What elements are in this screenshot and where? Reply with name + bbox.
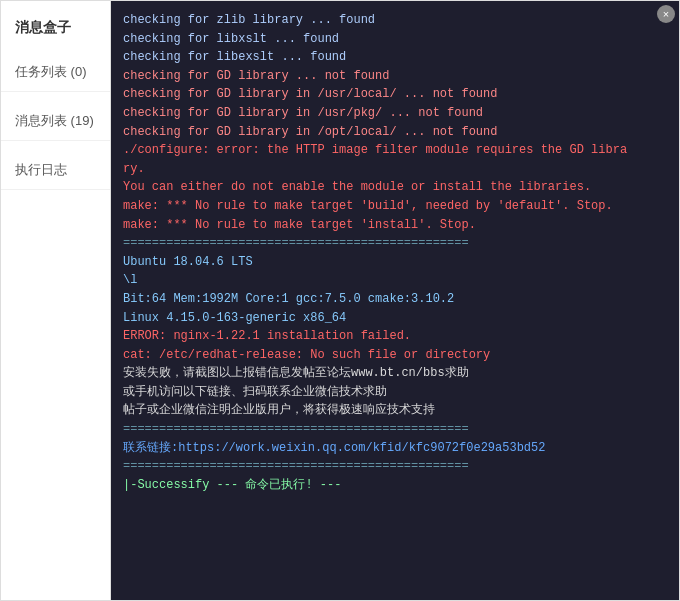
- sidebar-title: 消息盒子: [1, 9, 110, 53]
- terminal-line: make: *** No rule to make target 'instal…: [123, 216, 667, 235]
- terminal-line: Ubuntu 18.04.6 LTS: [123, 253, 667, 272]
- sidebar-item-exec-log[interactable]: 执行日志: [1, 151, 110, 190]
- terminal-line: \l: [123, 271, 667, 290]
- terminal-line: 帖子或企业微信注明企业版用户，将获得极速响应技术支持: [123, 401, 667, 420]
- terminal-line: ========================================…: [123, 420, 667, 439]
- terminal-line: checking for GD library in /usr/local/ .…: [123, 85, 667, 104]
- sidebar-item-message-list[interactable]: 消息列表 (19): [1, 102, 110, 141]
- terminal-line: checking for GD library ... not found: [123, 67, 667, 86]
- terminal-line: ERROR: nginx-1.22.1 installation failed.: [123, 327, 667, 346]
- terminal-line: checking for libexslt ... found: [123, 48, 667, 67]
- close-button[interactable]: ×: [657, 5, 675, 23]
- terminal-line: cat: /etc/redhat-release: No such file o…: [123, 346, 667, 365]
- terminal-line: ./configure: error: the HTTP image filte…: [123, 141, 667, 160]
- terminal-line: checking for libxslt ... found: [123, 30, 667, 49]
- terminal-line: |-Successify --- 命令已执行! ---: [123, 476, 667, 495]
- terminal-line: You can either do not enable the module …: [123, 178, 667, 197]
- sidebar: 消息盒子 任务列表 (0) 消息列表 (19) 执行日志: [1, 1, 111, 600]
- main-panel: × checking for zlib library ... foundche…: [111, 1, 679, 600]
- terminal-line: Bit:64 Mem:1992M Core:1 gcc:7.5.0 cmake:…: [123, 290, 667, 309]
- terminal-line: ========================================…: [123, 234, 667, 253]
- sidebar-item-task-list[interactable]: 任务列表 (0): [1, 53, 110, 92]
- terminal-line: checking for GD library in /opt/local/ .…: [123, 123, 667, 142]
- terminal-output[interactable]: checking for zlib library ... foundcheck…: [111, 1, 679, 600]
- terminal-line: ry.: [123, 160, 667, 179]
- terminal-line: 或手机访问以下链接、扫码联系企业微信技术求助: [123, 383, 667, 402]
- terminal-line: 联系链接:https://work.weixin.qq.com/kfid/kfc…: [123, 439, 667, 458]
- terminal-line: make: *** No rule to make target 'build'…: [123, 197, 667, 216]
- terminal-line: Linux 4.15.0-163-generic x86_64: [123, 309, 667, 328]
- terminal-line: 安装失败，请截图以上报错信息发帖至论坛www.bt.cn/bbs求助: [123, 364, 667, 383]
- terminal-line: checking for GD library in /usr/pkg/ ...…: [123, 104, 667, 123]
- terminal-line: ========================================…: [123, 457, 667, 476]
- terminal-line: checking for zlib library ... found: [123, 11, 667, 30]
